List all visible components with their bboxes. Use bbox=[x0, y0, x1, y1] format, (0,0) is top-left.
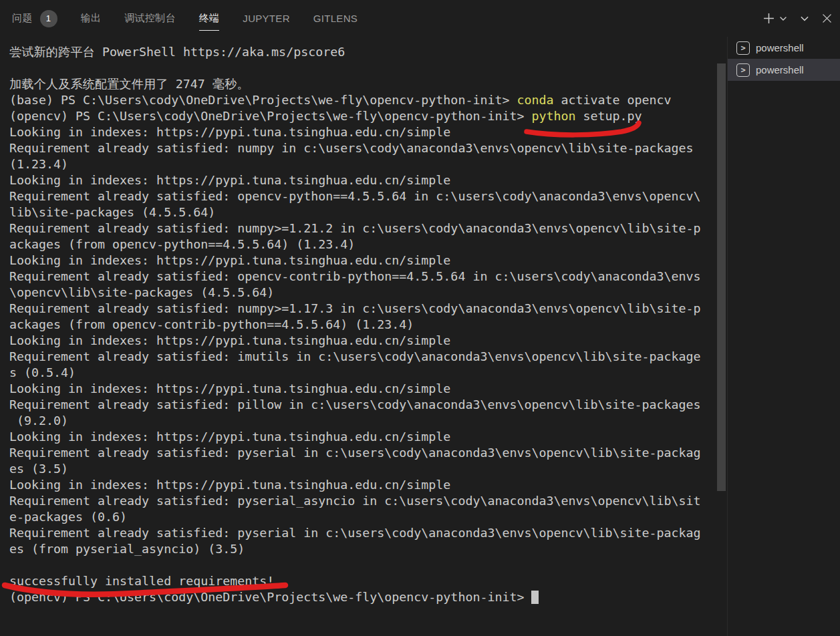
terminal-line: successfully installed requirements! bbox=[9, 573, 717, 589]
terminal-scrollbar-thumb[interactable] bbox=[717, 63, 726, 491]
terminal-line: ackages (from opencv-python==4.5.5.64) (… bbox=[9, 236, 717, 253]
terminal-line bbox=[9, 557, 717, 573]
terminal-line: Requirement already satisfied: pyserial_… bbox=[9, 493, 717, 509]
tab-gitlens-label: GITLENS bbox=[313, 13, 358, 24]
tab-debug-console-label: 调试控制台 bbox=[124, 12, 176, 25]
tab-jupyter[interactable]: JUPYTER bbox=[243, 0, 289, 37]
terminal-line: Requirement already satisfied: pyserial … bbox=[9, 525, 717, 541]
terminal-line: Looking in indexes: https://pypi.tuna.ts… bbox=[9, 477, 717, 493]
terminal-line: 加载个人及系统配置文件用了 2747 毫秒。 bbox=[9, 76, 717, 92]
close-icon bbox=[822, 13, 832, 23]
terminal-line: Requirement already satisfied: numpy>=1.… bbox=[9, 220, 717, 236]
terminal-line: s (0.5.4) bbox=[9, 365, 717, 381]
terminal-line: (opencv) PS C:\Users\cody\OneDrive\Proje… bbox=[9, 108, 717, 124]
terminal-line: ackages (from opencv-contrib-python==4.5… bbox=[9, 317, 717, 333]
problems-count-badge: 1 bbox=[40, 10, 57, 27]
chevron-down-icon bbox=[800, 14, 809, 23]
terminal-line: es (from pyserial_asyncio) (3.5) bbox=[9, 541, 717, 557]
terminal-instance-list: > powershell > powershell bbox=[727, 37, 840, 636]
terminal-line bbox=[9, 60, 717, 76]
tab-output-label: 输出 bbox=[81, 12, 102, 25]
terminal-line: e-packages (0.6) bbox=[9, 509, 717, 525]
panel-tab-bar: 问题 1 输出 调试控制台 终端 JUPYTER GITLENS bbox=[0, 0, 727, 37]
terminal-icon: > bbox=[736, 63, 750, 77]
tab-debug-console[interactable]: 调试控制台 bbox=[124, 0, 176, 37]
plus-icon bbox=[763, 13, 775, 24]
terminal-line: 尝试新的跨平台 PowerShell https://aka.ms/pscore… bbox=[9, 44, 717, 60]
terminal-line: (9.2.0) bbox=[9, 413, 717, 429]
terminal-line: (opencv) PS C:\Users\cody\OneDrive\Proje… bbox=[9, 589, 717, 605]
terminal-line: Requirement already satisfied: opencv-co… bbox=[9, 269, 717, 285]
tab-terminal-label: 终端 bbox=[199, 12, 220, 25]
terminal-line: Requirement already satisfied: numpy>=1.… bbox=[9, 301, 717, 317]
terminal-line: Looking in indexes: https://pypi.tuna.ts… bbox=[9, 333, 717, 349]
terminal-item-label: powershell bbox=[756, 42, 804, 53]
terminal-line: (1.23.4) bbox=[9, 156, 717, 172]
terminal-list-item-powershell-2[interactable]: > powershell bbox=[728, 59, 840, 81]
new-terminal-button[interactable] bbox=[763, 13, 775, 24]
tab-problems-label: 问题 bbox=[12, 12, 33, 25]
terminal-line: Looking in indexes: https://pypi.tuna.ts… bbox=[9, 172, 717, 188]
terminal-output[interactable]: 尝试新的跨平台 PowerShell https://aka.ms/pscore… bbox=[0, 37, 717, 636]
terminal-line: Requirement already satisfied: opencv-py… bbox=[9, 188, 717, 204]
terminal-item-label: powershell bbox=[756, 64, 804, 75]
terminal-line: Requirement already satisfied: imutils i… bbox=[9, 349, 717, 365]
panel-actions bbox=[763, 0, 832, 37]
tab-gitlens[interactable]: GITLENS bbox=[313, 0, 358, 37]
launch-profile-button[interactable] bbox=[779, 15, 787, 23]
tab-terminal[interactable]: 终端 bbox=[199, 0, 220, 37]
terminal-line: \opencv\lib\site-packages (4.5.5.64) bbox=[9, 285, 717, 301]
terminal-line: Looking in indexes: https://pypi.tuna.ts… bbox=[9, 253, 717, 269]
terminal-line: Looking in indexes: https://pypi.tuna.ts… bbox=[9, 381, 717, 397]
terminal-line: lib\site-packages (4.5.5.64) bbox=[9, 204, 717, 220]
command-token: python bbox=[531, 109, 575, 123]
terminal-icon: > bbox=[736, 41, 750, 55]
terminal-line: (base) PS C:\Users\cody\OneDrive\Project… bbox=[9, 92, 717, 108]
terminal-line: es (3.5) bbox=[9, 461, 717, 477]
tab-problems[interactable]: 问题 1 bbox=[12, 0, 57, 37]
tab-output[interactable]: 输出 bbox=[81, 0, 102, 37]
terminal-line: Requirement already satisfied: pyserial … bbox=[9, 445, 717, 461]
command-token: conda bbox=[517, 93, 553, 107]
hide-panel-button[interactable] bbox=[800, 14, 809, 23]
terminal-line: Looking in indexes: https://pypi.tuna.ts… bbox=[9, 429, 717, 445]
chevron-down-icon bbox=[779, 15, 787, 23]
terminal-cursor bbox=[531, 591, 539, 604]
close-panel-button[interactable] bbox=[822, 13, 832, 23]
terminal-list-item-powershell-1[interactable]: > powershell bbox=[728, 37, 840, 59]
terminal-line: Requirement already satisfied: pillow in… bbox=[9, 397, 717, 413]
terminal-line: Looking in indexes: https://pypi.tuna.ts… bbox=[9, 124, 717, 140]
tab-jupyter-label: JUPYTER bbox=[243, 13, 289, 24]
terminal-line: Requirement already satisfied: numpy in … bbox=[9, 140, 717, 156]
